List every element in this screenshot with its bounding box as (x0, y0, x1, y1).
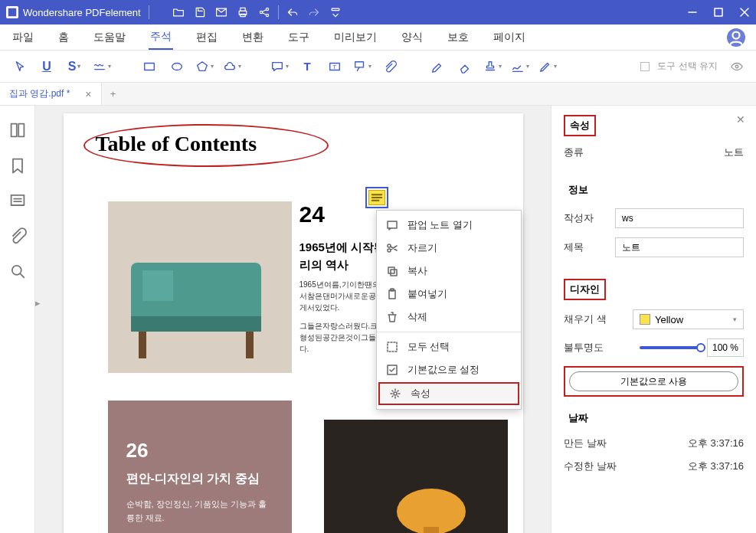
svg-rect-39 (388, 221, 397, 228)
user-avatar-icon[interactable] (727, 28, 745, 47)
app-logo-icon (6, 6, 18, 18)
share-icon[interactable] (258, 6, 270, 18)
polygon-icon[interactable] (193, 55, 216, 78)
oval-icon[interactable] (165, 55, 188, 78)
visibility-icon[interactable] (725, 55, 748, 78)
modified-value: 오후 3:37:16 (633, 459, 744, 473)
bookmark-icon[interactable] (8, 156, 27, 175)
popup-note-icon (386, 219, 398, 231)
svg-rect-20 (11, 124, 16, 137)
svg-line-26 (20, 274, 24, 278)
eraser-icon[interactable] (453, 55, 476, 78)
attachment-icon[interactable] (378, 55, 401, 78)
subject-input[interactable] (615, 237, 744, 257)
signature-icon[interactable] (509, 55, 532, 78)
author-input[interactable] (615, 208, 744, 228)
highlighter-icon[interactable] (426, 55, 449, 78)
ctx-paste[interactable]: 붙여넣기 (377, 283, 521, 306)
menu-page[interactable]: 페이지 (492, 26, 527, 49)
panel-title: 속성 (564, 115, 596, 136)
opacity-label: 불투명도 (564, 341, 633, 355)
properties-panel: ✕ 속성 종류 노트 정보 작성자 제목 디자인 채우기 색 Yellow 불투… (551, 106, 756, 533)
svg-rect-4 (240, 14, 244, 16)
fill-color-select[interactable]: Yellow (633, 309, 744, 329)
opacity-slider[interactable] (640, 346, 701, 349)
scissors-icon (386, 242, 398, 254)
use-as-default-button[interactable]: 기본값으로 사용 (569, 371, 738, 391)
note-tool-icon[interactable] (268, 55, 291, 78)
close-icon[interactable] (739, 7, 750, 18)
ctx-set-default[interactable]: 기본값으로 설정 (377, 358, 521, 381)
pdf-page: Table of Contents 24 1965년에 시작된 우리의 역사 1… (64, 113, 523, 533)
redo-icon[interactable] (308, 6, 320, 18)
search-icon[interactable] (8, 262, 27, 280)
menu-file[interactable]: 파일 (11, 26, 35, 49)
ctx-properties[interactable]: 속성 (378, 382, 519, 405)
opacity-value[interactable]: 100 % (707, 338, 744, 357)
stamp-icon[interactable] (481, 55, 504, 78)
expand-handle-icon[interactable]: ▸ (35, 297, 41, 312)
ctx-delete[interactable]: 삭제 (377, 306, 521, 329)
dropdown-icon[interactable] (329, 6, 342, 18)
svg-rect-32 (131, 316, 261, 332)
gear-icon (389, 387, 401, 400)
menu-form[interactable]: 양식 (400, 26, 424, 49)
author-label: 작성자 (564, 211, 615, 225)
textbox-icon[interactable]: T (323, 55, 346, 78)
callout-icon[interactable] (351, 55, 374, 78)
new-tab-button[interactable]: + (102, 83, 125, 105)
svg-rect-18 (355, 61, 364, 67)
subject-label: 제목 (564, 240, 615, 254)
minimize-icon[interactable] (687, 7, 698, 18)
pencil-icon[interactable] (536, 55, 559, 78)
svg-rect-34 (246, 332, 254, 358)
hand-cursor-icon[interactable] (8, 55, 31, 78)
squiggle-icon[interactable] (90, 55, 113, 78)
color-swatch-icon (640, 314, 650, 325)
undo-icon[interactable] (286, 6, 299, 18)
ctx-cut[interactable]: 자르기 (377, 237, 521, 260)
menu-comment[interactable]: 주석 (149, 25, 173, 50)
menu-convert[interactable]: 변환 (241, 26, 265, 49)
image-placeholder (108, 201, 292, 373)
tab-close-icon[interactable]: × (85, 88, 91, 100)
svg-text:T: T (332, 63, 336, 70)
menu-tool[interactable]: 도구 (286, 26, 311, 49)
save-icon[interactable] (194, 6, 206, 18)
attachments-panel-icon[interactable] (8, 227, 27, 245)
default-button-highlight: 기본값으로 사용 (564, 366, 744, 397)
cloud-icon[interactable] (221, 55, 244, 78)
menu-help[interactable]: 도움말 (92, 26, 127, 49)
ctx-copy[interactable]: 복사 (377, 260, 521, 283)
comments-icon[interactable] (8, 191, 27, 210)
annotation-toolbar: U S T T 도구 선택 유지 (0, 51, 756, 83)
rectangle-icon[interactable] (138, 55, 161, 78)
strikethrough-icon[interactable]: S (63, 55, 86, 78)
trash-icon (386, 311, 398, 323)
text-tool-icon[interactable]: T (296, 55, 319, 78)
paste-icon (386, 288, 398, 300)
created-label: 만든 날짜 (564, 437, 633, 450)
ctx-open-popup[interactable]: 팝업 노트 열기 (377, 214, 521, 237)
menu-home[interactable]: 홈 (57, 26, 70, 49)
panel-close-icon[interactable]: ✕ (736, 113, 745, 126)
ctx-select-all[interactable]: 모두 선택 (377, 335, 521, 358)
menu-protect[interactable]: 보호 (446, 26, 470, 49)
document-tab[interactable]: 집과 영감.pdf * × (0, 83, 102, 105)
menu-view[interactable]: 미리보기 (332, 26, 378, 49)
separator (149, 5, 149, 19)
document-canvas[interactable]: ▸ Table of Contents 24 1965년에 시작된 우리의 역사… (35, 106, 551, 533)
mail-icon[interactable] (215, 6, 227, 18)
svg-point-13 (733, 31, 740, 38)
thumbnails-icon[interactable] (8, 121, 27, 139)
underline-icon[interactable]: U (35, 55, 58, 78)
section-number: 26 (126, 439, 273, 463)
document-tabbar: 집과 영감.pdf * × + (0, 83, 756, 106)
keep-tool-checkbox[interactable] (640, 62, 650, 71)
menu-edit[interactable]: 편집 (195, 26, 219, 49)
sticky-note-annotation[interactable] (368, 190, 385, 205)
open-folder-icon[interactable] (172, 6, 185, 18)
print-icon[interactable] (237, 6, 249, 18)
maximize-icon[interactable] (713, 7, 724, 18)
undo-redo (286, 6, 342, 18)
